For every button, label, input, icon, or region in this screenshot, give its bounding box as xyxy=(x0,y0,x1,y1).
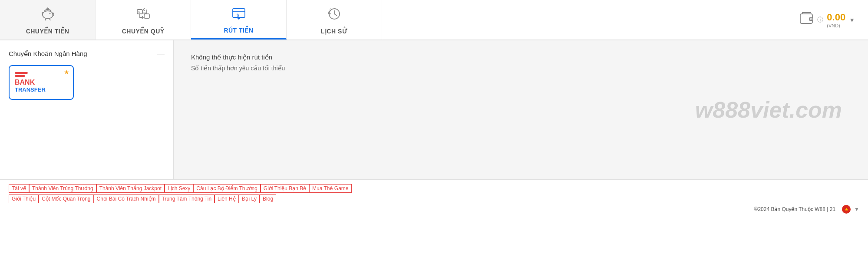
footer-link[interactable]: Giới Thiệu Bạn Bè xyxy=(261,184,309,193)
footer-link[interactable]: Chơi Bài Có Trách Nhiệm xyxy=(94,194,159,203)
svg-point-1 xyxy=(49,13,50,14)
svg-rect-3 xyxy=(144,14,149,18)
bank-transfer-card[interactable]: ★ BANK TRANSFER xyxy=(9,65,74,100)
section-title: Chuyển Khoản Ngân Hàng xyxy=(9,50,87,58)
footer: Tài vềThành Viên Trúng ThưởngThành Viên … xyxy=(0,179,868,218)
svg-point-10 xyxy=(811,19,812,20)
tab-chuyen-tien-label: CHUYỂN TIỀN xyxy=(26,28,69,35)
error-subtitle: Số tiền thấp hơn yêu cầu tối thiểu xyxy=(191,65,851,72)
right-panel: Không thể thực hiện rút tiền Số tiền thấ… xyxy=(174,40,868,179)
tab-rut-tien[interactable]: $ RÚT TIỀN xyxy=(191,0,287,40)
footer-links-row-1: Tài vềThành Viên Trúng ThưởngThành Viên … xyxy=(9,184,859,193)
footer-link[interactable]: Đại Lý xyxy=(239,194,260,203)
svg-point-0 xyxy=(43,11,53,19)
error-title: Không thể thực hiện rút tiền xyxy=(191,53,851,61)
footer-link[interactable]: Tài về xyxy=(9,184,29,193)
bank-text-transfer: TRANSFER xyxy=(15,86,46,93)
tab-lich-su-label: LỊCH SỬ xyxy=(321,28,348,35)
watermark: w888viet.com xyxy=(695,97,842,123)
footer-chevron-icon[interactable]: ▼ xyxy=(854,206,859,212)
tab-lich-su[interactable]: LỊCH SỬ xyxy=(287,0,382,40)
section-header: Chuyển Khoản Ngân Hàng — xyxy=(9,49,165,58)
tab-rut-tien-label: RÚT TIỀN xyxy=(224,27,253,34)
footer-link[interactable]: Giới Thiệu xyxy=(9,194,39,203)
footer-link[interactable]: Blog xyxy=(260,194,276,203)
footer-links-row-2: Giới ThiệuCột Mốc Quan TrọngChơi Bài Có … xyxy=(9,194,859,203)
wallet-amount-group: 0.00 (VND) xyxy=(827,12,845,28)
footer-link[interactable]: Thành Viên Thắng Jackpot xyxy=(96,184,165,193)
bank-lines-icon xyxy=(15,72,28,77)
top-navigation: CHUYỂN TIỀN $ CHUYỂN QUỸ $ xyxy=(0,0,868,40)
transfer-icon: $ xyxy=(135,6,151,25)
wallet-icon xyxy=(800,12,814,27)
wallet-amount: 0.00 xyxy=(827,12,845,23)
left-panel: Chuyển Khoản Ngân Hàng — ★ BANK TRANSFER xyxy=(0,40,174,179)
tab-chuyen-tien[interactable]: CHUYỂN TIỀN xyxy=(0,0,96,40)
footer-link[interactable]: Câu Lạc Bộ Điểm Thưởng xyxy=(193,184,261,193)
main-content: Chuyển Khoản Ngân Hàng — ★ BANK TRANSFER… xyxy=(0,40,868,179)
footer-link[interactable]: Mua Thẻ Game xyxy=(309,184,351,193)
collapse-button[interactable]: — xyxy=(157,49,165,58)
footer-link[interactable]: Trung Tâm Thông Tin xyxy=(159,194,215,203)
withdraw-icon: $ xyxy=(231,5,247,24)
piggy-bank-icon xyxy=(40,6,56,25)
wallet-currency: (VND) xyxy=(827,23,845,28)
footer-link[interactable]: Liên Hệ xyxy=(215,194,239,203)
svg-text:$: $ xyxy=(138,10,140,14)
wallet-chevron-icon[interactable]: ▼ xyxy=(849,16,855,23)
star-icon: ★ xyxy=(64,69,69,76)
footer-link[interactable]: Cột Mốc Quan Trọng xyxy=(39,194,93,203)
tab-chuyen-quy-label: CHUYỂN QUỸ xyxy=(122,28,165,35)
history-icon xyxy=(327,6,342,25)
tab-chuyen-quy[interactable]: $ CHUYỂN QUỸ xyxy=(96,0,191,40)
wallet-area: ⓘ 0.00 (VND) ▼ xyxy=(787,0,868,40)
footer-link[interactable]: Thành Viên Trúng Thưởng xyxy=(29,184,96,193)
info-icon[interactable]: ⓘ xyxy=(817,16,823,24)
footer-copyright: ©2024 Bản Quyền Thuộc W88 | 21+ xyxy=(754,206,839,212)
vietnam-flag-icon: ★ xyxy=(842,205,851,214)
footer-link[interactable]: Lịch Sexy xyxy=(165,184,193,193)
footer-bottom: ©2024 Bản Quyền Thuộc W88 | 21+ ★ ▼ xyxy=(9,205,859,214)
bank-text-bank: BANK xyxy=(15,79,35,86)
